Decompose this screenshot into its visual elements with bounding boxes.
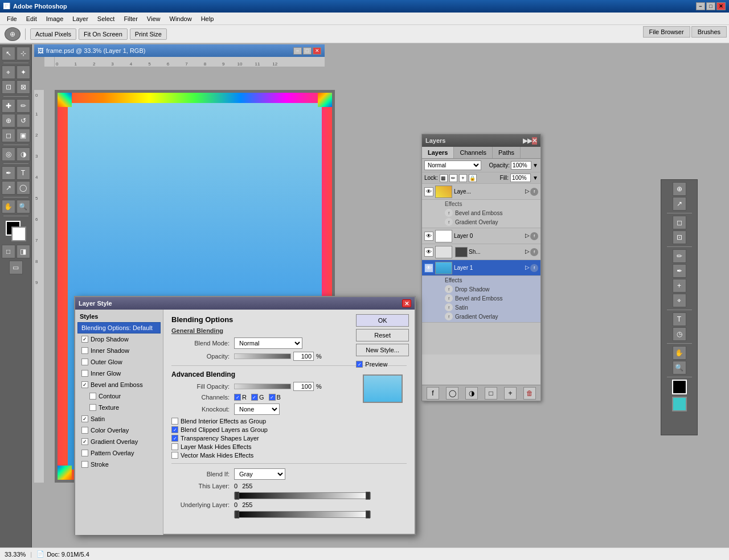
close-btn[interactable]: ✕ <box>716 2 726 10</box>
style-blending-options[interactable]: Blending Options: Default <box>77 322 161 333</box>
menu-layer[interactable]: Layer <box>68 14 93 23</box>
ft-tool-12[interactable]: 🔍 <box>673 361 686 374</box>
style-texture[interactable]: Texture <box>77 402 161 413</box>
underlying-layer-slider-track[interactable] <box>234 511 371 518</box>
transparency-shapes-checkbox[interactable]: ✓ <box>171 435 178 442</box>
minimize-btn[interactable]: − <box>696 2 705 10</box>
fill-opacity-input[interactable] <box>293 382 314 391</box>
effect-gradient-overlay-laye[interactable]: f Gradient Overlay <box>445 217 538 227</box>
layer-arrow-sh[interactable]: ▷ <box>525 248 530 256</box>
canvas-maximize-btn[interactable]: □ <box>303 47 312 55</box>
ft-tool-1[interactable]: ⊕ <box>673 182 686 196</box>
blend-if-select[interactable]: Gray Red Green Blue <box>234 468 285 480</box>
dodge-tool[interactable]: ◑ <box>17 147 30 161</box>
ft-tool-3[interactable]: ◻ <box>673 216 686 229</box>
new-adj-layer-btn[interactable]: ◑ <box>465 387 478 400</box>
style-outer-glow-checkbox[interactable] <box>81 359 88 365</box>
blur-tool[interactable]: ◎ <box>2 147 15 161</box>
pen-tool[interactable]: ✒ <box>2 166 15 180</box>
dialog-new-style-btn[interactable]: New Style... <box>356 344 409 356</box>
layers-panel-menu-btn[interactable]: ▶▶ <box>523 137 532 145</box>
style-outer-glow[interactable]: Outer Glow <box>77 356 161 368</box>
ft-tool-2[interactable]: ↗ <box>673 197 686 211</box>
style-color-overlay[interactable]: Color Overlay <box>77 425 161 436</box>
new-layer-btn[interactable]: + <box>504 387 517 400</box>
this-layer-slider-handle-right[interactable] <box>366 492 370 500</box>
layers-panel-close-btn[interactable]: ✕ <box>532 137 537 145</box>
fill-opacity-slider[interactable] <box>234 384 291 389</box>
eraser-tool[interactable]: ◻ <box>2 129 15 142</box>
layer-item-layer1[interactable]: 👁 Layer 1 ▷ f <box>422 260 540 276</box>
ft-tool-6[interactable]: ✒ <box>673 264 686 278</box>
add-mask-btn[interactable]: ◯ <box>446 387 458 400</box>
dialog-reset-btn[interactable]: Reset <box>356 329 409 341</box>
style-color-overlay-checkbox[interactable] <box>81 427 88 434</box>
underlying-slider-handle-left[interactable] <box>235 510 239 518</box>
knockout-select[interactable]: None Shallow Deep <box>234 403 280 415</box>
ft-tool-5[interactable]: ✏ <box>673 249 686 263</box>
this-layer-slider-handle-left[interactable] <box>235 492 239 500</box>
layer-eye-layer0[interactable]: 👁 <box>424 232 433 241</box>
style-contour-checkbox[interactable] <box>89 393 96 400</box>
style-gradient-overlay[interactable]: ✓ Gradient Overlay <box>77 436 161 447</box>
gradient-tool[interactable]: ▣ <box>17 129 30 142</box>
tab-channels[interactable]: Channels <box>454 147 492 158</box>
file-browser-tab[interactable]: File Browser <box>643 26 690 38</box>
layer-fx-layer1[interactable]: f <box>530 264 538 272</box>
style-inner-glow[interactable]: Inner Glow <box>77 368 161 379</box>
blend-clipped-checkbox[interactable]: ✓ <box>171 426 178 433</box>
style-inner-shadow[interactable]: Inner Shadow <box>77 345 161 356</box>
layer-item-laye[interactable]: 👁 Laye... ▷ f <box>422 184 540 200</box>
clone-tool[interactable]: ⊕ <box>2 114 15 127</box>
slice-tool[interactable]: ⊠ <box>17 80 30 94</box>
layer-item-layer0[interactable]: 👁 Layer 0 ▷ f <box>422 228 540 244</box>
layer-blend-mode-select[interactable]: Normal Multiply Screen <box>424 160 481 170</box>
style-stroke-checkbox[interactable] <box>81 461 88 468</box>
lock-position-btn[interactable]: + <box>459 174 467 182</box>
text-tool[interactable]: T <box>17 166 30 180</box>
maximize-btn[interactable]: □ <box>706 2 715 10</box>
quick-mask-btn[interactable]: ◨ <box>17 245 30 258</box>
menu-window[interactable]: Window <box>165 14 196 23</box>
menu-edit[interactable]: Edit <box>22 14 42 23</box>
ft-tool-8[interactable]: ⌖ <box>673 294 686 307</box>
style-pattern-overlay[interactable]: Pattern Overlay <box>77 447 161 459</box>
lasso-tool[interactable]: ⌖ <box>2 65 15 79</box>
underlying-slider-handle-right[interactable] <box>366 510 370 518</box>
style-contour[interactable]: Contour <box>77 390 161 402</box>
hand-tool[interactable]: ✋ <box>2 200 15 213</box>
menu-select[interactable]: Select <box>93 14 120 23</box>
vector-mask-checkbox[interactable] <box>171 452 178 459</box>
magic-wand-tool[interactable]: ✦ <box>17 65 30 79</box>
tab-layers[interactable]: Layers <box>422 147 454 158</box>
menu-view[interactable]: View <box>142 14 165 23</box>
effect-gradient-overlay-layer1[interactable]: f Gradient Overlay <box>445 312 538 321</box>
layer-fx-laye[interactable]: f <box>530 188 538 196</box>
ft-background-color[interactable] <box>672 397 687 411</box>
layer-fx-layer0[interactable]: f <box>530 232 538 240</box>
style-gradient-overlay-checkbox[interactable]: ✓ <box>81 438 88 445</box>
blend-mode-select[interactable]: Normal Multiply Screen Overlay <box>234 337 302 349</box>
layer-mask-checkbox[interactable] <box>171 443 178 450</box>
layer-eye-laye[interactable]: 👁 <box>424 187 433 196</box>
layer-fx-sh[interactable]: f <box>530 248 538 256</box>
zoom-tool[interactable]: 🔍 <box>17 200 30 213</box>
brush-tool[interactable]: ✏ <box>17 99 30 113</box>
opacity-input[interactable] <box>511 161 531 170</box>
lock-transparent-btn[interactable]: ▩ <box>440 174 448 182</box>
move-tool[interactable]: ↖ <box>2 47 15 60</box>
dialog-close-btn[interactable]: ✕ <box>402 299 411 307</box>
style-drop-shadow[interactable]: ✓ Drop Shadow <box>77 333 161 345</box>
effect-satin-layer1[interactable]: f Satin <box>445 303 538 312</box>
style-stroke[interactable]: Stroke <box>77 459 161 470</box>
menu-filter[interactable]: Filter <box>119 14 142 23</box>
this-layer-slider-track[interactable] <box>234 492 371 499</box>
add-style-btn[interactable]: f <box>427 387 439 400</box>
style-inner-shadow-checkbox[interactable] <box>81 347 88 354</box>
effect-drop-shadow-layer1[interactable]: f Drop Shadow <box>445 285 538 294</box>
fill-input[interactable] <box>510 174 531 182</box>
layer-eye-layer1[interactable]: 👁 <box>424 263 433 273</box>
style-drop-shadow-checkbox[interactable]: ✓ <box>81 336 88 343</box>
style-bevel-emboss[interactable]: ✓ Bevel and Emboss <box>77 379 161 390</box>
heal-tool[interactable]: ✚ <box>2 99 15 113</box>
